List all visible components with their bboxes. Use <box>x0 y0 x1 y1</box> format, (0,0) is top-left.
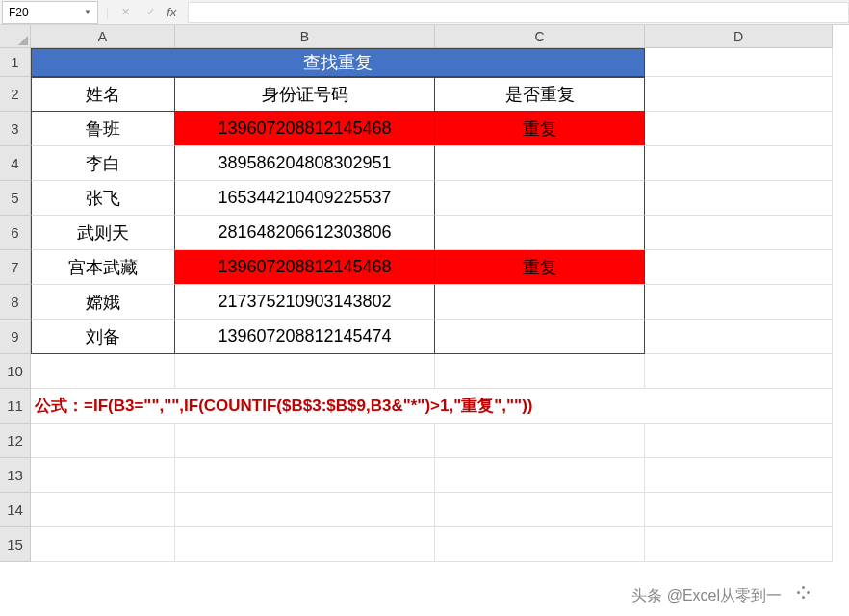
col-header-d[interactable]: D <box>645 25 833 48</box>
cell-d10[interactable] <box>645 354 833 389</box>
cell-a12[interactable] <box>31 424 175 458</box>
cell-c10[interactable] <box>435 354 645 389</box>
enter-icon[interactable]: ✓ <box>142 4 159 21</box>
cell-name-5[interactable]: 张飞 <box>31 181 175 216</box>
cell-d1[interactable] <box>645 48 833 77</box>
cell-id-6[interactable]: 281648206612303806 <box>175 216 435 250</box>
col-header-c[interactable]: C <box>435 25 645 48</box>
cell-c15[interactable] <box>435 527 645 562</box>
row-header-11[interactable]: 11 <box>0 389 31 424</box>
cell-name-9[interactable]: 刘备 <box>31 320 175 354</box>
name-box-bar: F20 ▼ | ✕ ✓ fx <box>0 0 849 25</box>
chevron-down-icon[interactable]: ▼ <box>84 8 91 16</box>
formula-text-cell[interactable]: 公式：=IF(B3="","",IF(COUNTIF($B$3:$B$9,B3&… <box>31 389 833 424</box>
header-name[interactable]: 姓名 <box>31 77 175 112</box>
col-header-a[interactable]: A <box>31 25 175 48</box>
cell-dup-9[interactable] <box>435 320 645 354</box>
name-box[interactable]: F20 ▼ <box>2 1 98 24</box>
cell-a13[interactable] <box>31 458 175 493</box>
cell-b13[interactable] <box>175 458 435 493</box>
cell-d3[interactable] <box>645 112 833 146</box>
merged-title-cell[interactable]: 查找重复 <box>31 48 645 77</box>
header-dup[interactable]: 是否重复 <box>435 77 645 112</box>
cell-id-9[interactable]: 139607208812145474 <box>175 320 435 354</box>
cell-name-3[interactable]: 鲁班 <box>31 112 175 146</box>
cell-d5[interactable] <box>645 181 833 216</box>
row-header-3[interactable]: 3 <box>0 112 31 146</box>
cell-d6[interactable] <box>645 216 833 250</box>
row-header-15[interactable]: 15 <box>0 527 31 562</box>
cell-dup-8[interactable] <box>435 285 645 320</box>
cell-name-7[interactable]: 宫本武藏 <box>31 250 175 285</box>
cell-d2[interactable] <box>645 77 833 112</box>
name-box-value: F20 <box>9 6 84 19</box>
cell-id-7[interactable]: 139607208812145468 <box>175 250 435 285</box>
cell-d8[interactable] <box>645 285 833 320</box>
cell-b15[interactable] <box>175 527 435 562</box>
cell-name-8[interactable]: 嫦娥 <box>31 285 175 320</box>
cell-d14[interactable] <box>645 493 833 527</box>
cell-b10[interactable] <box>175 354 435 389</box>
row-header-12[interactable]: 12 <box>0 424 31 458</box>
cell-d12[interactable] <box>645 424 833 458</box>
cell-d4[interactable] <box>645 146 833 181</box>
cell-d15[interactable] <box>645 527 833 562</box>
col-header-b[interactable]: B <box>175 25 435 48</box>
cell-a15[interactable] <box>31 527 175 562</box>
cell-dup-5[interactable] <box>435 181 645 216</box>
cell-c12[interactable] <box>435 424 645 458</box>
row-header-6[interactable]: 6 <box>0 216 31 250</box>
cell-id-4[interactable]: 389586204808302951 <box>175 146 435 181</box>
header-id[interactable]: 身份证号码 <box>175 77 435 112</box>
cell-a14[interactable] <box>31 493 175 527</box>
cell-id-8[interactable]: 217375210903143802 <box>175 285 435 320</box>
row-header-4[interactable]: 4 <box>0 146 31 181</box>
formula-controls: | ✕ ✓ fx <box>98 4 184 21</box>
cell-id-5[interactable]: 165344210409225537 <box>175 181 435 216</box>
spreadsheet-grid: A B C D 1查找重复2姓名身份证号码是否重复3鲁班139607208812… <box>0 25 849 562</box>
cell-d7[interactable] <box>645 250 833 285</box>
row-header-10[interactable]: 10 <box>0 354 31 389</box>
cell-c13[interactable] <box>435 458 645 493</box>
cell-id-3[interactable]: 139607208812145468 <box>175 112 435 146</box>
cell-dup-4[interactable] <box>435 146 645 181</box>
row-header-9[interactable]: 9 <box>0 320 31 354</box>
watermark-logo-icon <box>797 586 810 600</box>
cancel-icon[interactable]: ✕ <box>116 4 134 21</box>
row-header-2[interactable]: 2 <box>0 77 31 112</box>
row-header-1[interactable]: 1 <box>0 48 31 77</box>
select-all-corner[interactable] <box>0 25 31 48</box>
cell-dup-6[interactable] <box>435 216 645 250</box>
fx-icon[interactable]: fx <box>167 5 176 19</box>
row-header-8[interactable]: 8 <box>0 285 31 320</box>
row-header-5[interactable]: 5 <box>0 181 31 216</box>
cell-b12[interactable] <box>175 424 435 458</box>
cell-a10[interactable] <box>31 354 175 389</box>
watermark-text: 头条 @Excel从零到一 <box>631 586 782 606</box>
divider: | <box>106 6 109 19</box>
cell-d13[interactable] <box>645 458 833 493</box>
row-header-7[interactable]: 7 <box>0 250 31 285</box>
row-header-13[interactable]: 13 <box>0 458 31 493</box>
cell-dup-7[interactable]: 重复 <box>435 250 645 285</box>
cell-name-6[interactable]: 武则天 <box>31 216 175 250</box>
cell-d9[interactable] <box>645 320 833 354</box>
cell-c14[interactable] <box>435 493 645 527</box>
cell-b14[interactable] <box>175 493 435 527</box>
formula-bar-input[interactable] <box>188 2 849 23</box>
row-header-14[interactable]: 14 <box>0 493 31 527</box>
cell-dup-3[interactable]: 重复 <box>435 112 645 146</box>
cell-name-4[interactable]: 李白 <box>31 146 175 181</box>
